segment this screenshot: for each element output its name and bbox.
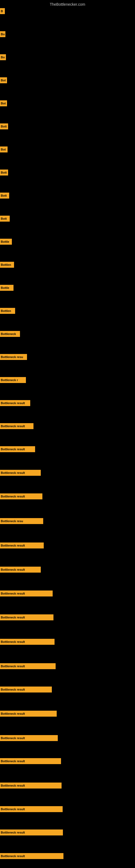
bar-row-24: Bottleneck result bbox=[0, 567, 41, 572]
bar-row-28: Bottleneck result bbox=[0, 663, 56, 669]
bar-26: Bottleneck result bbox=[0, 614, 53, 620]
bar-23: Bottleneck result bbox=[0, 542, 44, 549]
bar-row-19: Bottleneck result bbox=[0, 446, 35, 452]
bar-label-25: Bottleneck result bbox=[1, 592, 25, 595]
bar-label-36: Bottleneck result bbox=[1, 855, 25, 858]
bar-row-17: Bottleneck result bbox=[0, 400, 30, 406]
bar-label-6: Bot bbox=[1, 148, 6, 151]
bar-19: Bottleneck result bbox=[0, 446, 35, 452]
bar-row-31: Bottleneck result bbox=[0, 735, 58, 741]
bar-label-26: Bottleneck result bbox=[1, 616, 25, 619]
bar-label-23: Bottleneck result bbox=[1, 544, 25, 547]
bar-row-14: Bottleneck bbox=[0, 331, 20, 337]
bar-row-23: Bottleneck result bbox=[0, 542, 44, 549]
bar-label-24: Bottleneck result bbox=[1, 568, 25, 571]
bar-label-34: Bottleneck result bbox=[1, 807, 25, 811]
bar-label-10: Bottle bbox=[1, 240, 9, 243]
bar-14: Bottleneck bbox=[0, 331, 20, 337]
bar-label-8: Bott bbox=[1, 194, 7, 197]
bar-label-14: Bottleneck bbox=[1, 332, 16, 336]
bar-24: Bottleneck result bbox=[0, 567, 41, 572]
bar-row-3: Bot bbox=[0, 77, 7, 83]
bar-row-1: Bo bbox=[0, 31, 5, 37]
bar-row-11: Bottlen bbox=[0, 262, 14, 268]
bar-label-5: Bott bbox=[1, 125, 7, 128]
bar-row-8: Bott bbox=[0, 193, 9, 198]
bar-label-9: Bott bbox=[1, 217, 7, 220]
bar-label-30: Bottleneck result bbox=[1, 712, 25, 715]
bar-2: Bo bbox=[0, 54, 6, 60]
bar-7: Bott bbox=[0, 169, 8, 176]
bar-row-20: Bottleneck result bbox=[0, 470, 41, 476]
bar-11: Bottlen bbox=[0, 262, 14, 268]
bar-label-15: Bottleneck resu bbox=[1, 355, 23, 359]
bar-label-22: Bottleneck resu bbox=[1, 520, 23, 523]
bar-10: Bottle bbox=[0, 239, 12, 245]
bar-row-35: Bottleneck result bbox=[0, 830, 63, 835]
bar-29: Bottleneck result bbox=[0, 686, 52, 692]
bar-row-12: Bottle bbox=[0, 285, 13, 291]
bar-18: Bottleneck result bbox=[0, 423, 34, 429]
bar-33: Bottleneck result bbox=[0, 782, 61, 788]
bar-label-12: Bottle bbox=[1, 286, 9, 289]
bar-21: Bottleneck result bbox=[0, 493, 42, 499]
bar-label-35: Bottleneck result bbox=[1, 831, 25, 834]
bar-label-3: Bot bbox=[1, 79, 6, 82]
bar-label-21: Bottleneck result bbox=[1, 495, 25, 498]
bar-0: B bbox=[0, 8, 5, 14]
bar-row-0: B bbox=[0, 8, 5, 14]
bar-row-33: Bottleneck result bbox=[0, 782, 61, 788]
bar-label-13: Bottlen bbox=[1, 309, 11, 312]
bar-8: Bott bbox=[0, 193, 9, 198]
bar-row-26: Bottleneck result bbox=[0, 614, 53, 620]
bar-label-11: Bottlen bbox=[1, 263, 11, 267]
bar-30: Bottleneck result bbox=[0, 711, 57, 717]
bar-28: Bottleneck result bbox=[0, 663, 56, 669]
bar-row-36: Bottleneck result bbox=[0, 853, 63, 859]
bar-27: Bottleneck result bbox=[0, 639, 54, 645]
bar-9: Bott bbox=[0, 216, 10, 222]
bar-row-10: Bottle bbox=[0, 239, 12, 245]
bar-row-21: Bottleneck result bbox=[0, 493, 42, 499]
bar-3: Bot bbox=[0, 77, 7, 83]
bar-row-16: Bottleneck r bbox=[0, 377, 26, 383]
bar-36: Bottleneck result bbox=[0, 853, 63, 859]
bar-20: Bottleneck result bbox=[0, 470, 41, 476]
bar-16: Bottleneck r bbox=[0, 377, 26, 383]
bar-label-19: Bottleneck result bbox=[1, 447, 25, 451]
bar-22: Bottleneck resu bbox=[0, 518, 43, 524]
site-title: TheBottlenecker.com bbox=[0, 0, 135, 8]
bar-12: Bottle bbox=[0, 285, 13, 291]
bar-5: Bott bbox=[0, 123, 8, 129]
bar-6: Bot bbox=[0, 147, 8, 152]
bar-label-1: Bo bbox=[1, 33, 5, 36]
bar-row-7: Bott bbox=[0, 169, 8, 176]
bar-row-15: Bottleneck resu bbox=[0, 354, 27, 360]
bar-17: Bottleneck result bbox=[0, 400, 30, 406]
bar-row-34: Bottleneck result bbox=[0, 806, 63, 812]
bar-label-4: Bot bbox=[1, 102, 6, 105]
bar-row-29: Bottleneck result bbox=[0, 686, 52, 692]
bar-label-7: Bott bbox=[1, 171, 7, 174]
bar-row-9: Bott bbox=[0, 216, 10, 222]
bar-34: Bottleneck result bbox=[0, 806, 63, 812]
bar-35: Bottleneck result bbox=[0, 830, 63, 835]
bar-row-6: Bot bbox=[0, 147, 8, 152]
bar-label-31: Bottleneck result bbox=[1, 737, 25, 740]
bar-row-18: Bottleneck result bbox=[0, 423, 34, 429]
bar-25: Bottleneck result bbox=[0, 590, 53, 596]
bar-label-33: Bottleneck result bbox=[1, 784, 25, 787]
bar-32: Bottleneck result bbox=[0, 758, 61, 764]
bar-row-2: Bo bbox=[0, 54, 6, 60]
bar-row-5: Bott bbox=[0, 123, 8, 129]
bar-label-29: Bottleneck result bbox=[1, 688, 25, 691]
bar-row-22: Bottleneck resu bbox=[0, 518, 43, 524]
bar-row-4: Bot bbox=[0, 100, 7, 106]
bar-row-25: Bottleneck result bbox=[0, 590, 53, 596]
bar-4: Bot bbox=[0, 100, 7, 106]
bar-1: Bo bbox=[0, 31, 5, 37]
bar-13: Bottlen bbox=[0, 308, 15, 314]
bar-row-27: Bottleneck result bbox=[0, 639, 54, 645]
bar-label-28: Bottleneck result bbox=[1, 664, 25, 668]
bar-row-13: Bottlen bbox=[0, 308, 15, 314]
